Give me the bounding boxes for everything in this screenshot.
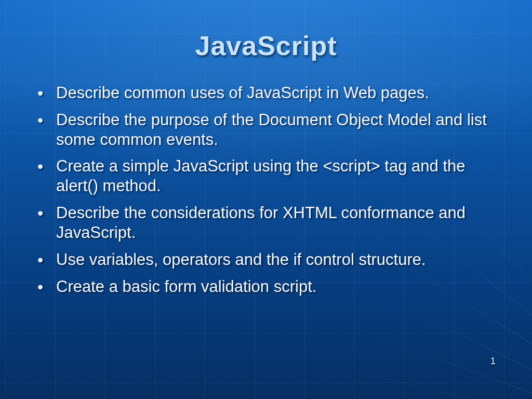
slide-title: JavaScript [25, 30, 507, 61]
list-item: Create a simple JavaScript using the <sc… [37, 156, 507, 196]
list-item: Use variables, operators and the if cont… [37, 250, 507, 270]
list-item: Describe the purpose of the Document Obj… [37, 110, 507, 150]
list-item: Create a basic form validation script. [37, 277, 507, 297]
list-item: Describe the considerations for XHTML co… [37, 203, 507, 243]
slide: JavaScript Describe common uses of JavaS… [0, 0, 532, 399]
list-item: Describe common uses of JavaScript in We… [37, 83, 507, 103]
page-number: 1 [490, 356, 496, 367]
bullet-list: Describe common uses of JavaScript in We… [25, 83, 507, 296]
